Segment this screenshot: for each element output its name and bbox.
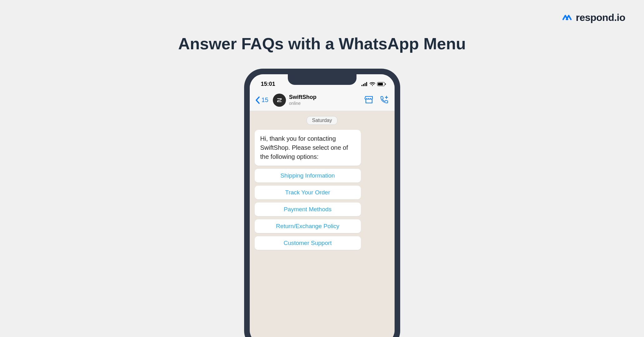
phone-notch: [288, 74, 356, 85]
svg-rect-6: [385, 83, 386, 85]
call-button[interactable]: [380, 95, 389, 105]
menu-option-shipping[interactable]: Shipping Information: [255, 169, 361, 183]
back-button[interactable]: [255, 96, 260, 104]
svg-rect-0: [361, 85, 362, 86]
back-count[interactable]: 15: [262, 96, 268, 104]
brand-logo: respond.io: [563, 12, 625, 23]
page-title: Answer FAQs with a WhatsApp Menu: [178, 34, 466, 53]
date-label: Saturday: [307, 116, 337, 125]
status-indicators: [361, 82, 386, 86]
phone-frame: 15:01: [244, 69, 400, 337]
contact-info[interactable]: SwiftShop online: [289, 94, 361, 106]
battery-icon: [377, 82, 386, 86]
phone-plus-icon: [380, 95, 389, 104]
contact-name: SwiftShop: [289, 94, 361, 101]
storefront-icon: [365, 95, 373, 104]
menu-option-payment[interactable]: Payment Methods: [255, 203, 361, 216]
svg-rect-2: [365, 83, 366, 86]
brand-logo-text: respond.io: [576, 12, 625, 23]
menu-option-track-order[interactable]: Track Your Order: [255, 186, 361, 199]
bot-message: Hi, thank you for contacting SwiftShop. …: [255, 130, 361, 166]
phone-screen: 15:01: [250, 74, 395, 337]
chat-header: 15 SwiftShop online: [250, 89, 395, 111]
shop-button[interactable]: [365, 95, 373, 105]
chevron-left-icon: [255, 96, 260, 104]
avatar-logo-icon: [276, 97, 283, 104]
status-time: 15:01: [261, 81, 275, 87]
svg-rect-1: [363, 84, 364, 86]
svg-rect-3: [366, 82, 367, 86]
menu-option-support[interactable]: Customer Support: [255, 236, 361, 250]
contact-status: online: [289, 101, 361, 106]
phone-mockup: 15:01: [244, 69, 400, 337]
svg-rect-5: [378, 83, 383, 85]
header-actions: [365, 95, 389, 105]
contact-avatar[interactable]: [273, 94, 286, 107]
chat-body: Saturday Hi, thank you for contacting Sw…: [250, 111, 395, 337]
menu-option-return-policy[interactable]: Return/Exchange Policy: [255, 219, 361, 233]
signal-icon: [361, 82, 368, 86]
respond-logo-icon: [563, 14, 574, 22]
wifi-icon: [370, 82, 375, 86]
